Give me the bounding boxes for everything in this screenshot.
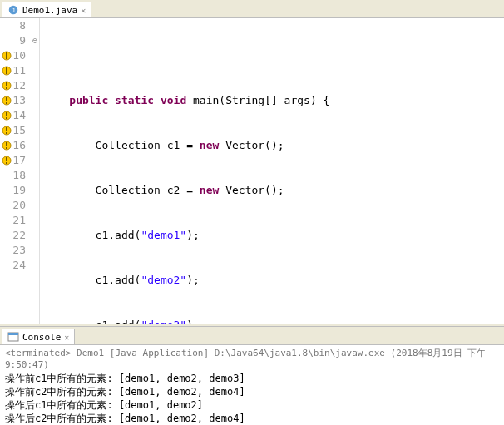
svg-rect-21 <box>6 142 7 146</box>
console-output[interactable]: 操作前c1中所有的元素: [demo1, demo2, demo3] 操作前c2… <box>0 372 504 425</box>
console-terminated-line: <terminated> Demo1 [Java Application] D:… <box>0 345 504 372</box>
warning-icon <box>1 140 12 151</box>
line-number-gutter: 8 9 10 11 12 13 14 15 16 17 18 19 20 21 … <box>0 18 40 324</box>
svg-rect-6 <box>6 67 7 72</box>
warning-icon <box>1 80 12 91</box>
code-area[interactable]: public static void main(String[] args) {… <box>40 18 504 324</box>
console-line: 操作前c2中所有的元素: [demo1, demo2, demo4] <box>5 385 499 398</box>
warning-icon <box>1 65 12 77</box>
svg-rect-12 <box>6 97 7 101</box>
editor-tab-demo1[interactable]: J Demo1.java ✕ <box>2 2 91 17</box>
svg-rect-9 <box>6 82 7 86</box>
svg-rect-25 <box>6 162 7 164</box>
console-tab-bar: Console ✕ <box>0 327 504 345</box>
console-panel: Console ✕ <terminated> Demo1 [Java Appli… <box>0 327 504 425</box>
code-line <box>40 48 504 63</box>
warning-icon <box>1 110 12 121</box>
editor-tab-bar: J Demo1.java ✕ <box>0 0 504 18</box>
svg-rect-16 <box>6 117 7 119</box>
java-file-icon: J <box>7 4 19 16</box>
code-line: public static void main(String[] args) { <box>40 93 504 108</box>
console-line: 操作前c1中所有的元素: [demo1, demo2, demo3] <box>5 372 499 385</box>
close-icon[interactable]: ✕ <box>64 333 69 342</box>
warning-icon <box>1 95 12 106</box>
code-line: c1.add("demo3"); <box>40 318 504 324</box>
svg-rect-4 <box>6 57 7 59</box>
console-line: 操作后c1中所有的元素: [demo1, demo2] <box>5 398 499 412</box>
svg-text:J: J <box>12 7 15 13</box>
svg-rect-18 <box>6 127 7 131</box>
svg-rect-19 <box>6 132 7 134</box>
svg-rect-3 <box>6 52 7 57</box>
console-tab-label: Console <box>22 332 61 343</box>
svg-rect-10 <box>6 87 7 89</box>
code-line: Collection c1 = new Vector(); <box>40 138 504 153</box>
editor-tab-label: Demo1.java <box>22 5 77 16</box>
svg-rect-13 <box>6 102 7 104</box>
code-line: c1.add("demo2"); <box>40 273 504 288</box>
warning-icon <box>1 155 12 166</box>
svg-rect-22 <box>6 147 7 149</box>
svg-rect-7 <box>6 72 7 74</box>
code-editor[interactable]: 8 9 10 11 12 13 14 15 16 17 18 19 20 21 … <box>0 18 504 324</box>
warning-icon <box>1 50 12 62</box>
console-line: 操作后c2中所有的元素: [demo1, demo2, demo4] <box>5 412 499 425</box>
svg-rect-15 <box>6 112 7 116</box>
code-line: c1.add("demo1"); <box>40 228 504 243</box>
close-icon[interactable]: ✕ <box>81 6 86 15</box>
console-tab[interactable]: Console ✕ <box>2 329 75 344</box>
console-icon <box>7 331 19 343</box>
svg-rect-27 <box>8 333 18 335</box>
warning-icon <box>1 125 12 136</box>
code-line: Collection c2 = new Vector(); <box>40 183 504 198</box>
svg-rect-24 <box>6 157 7 161</box>
